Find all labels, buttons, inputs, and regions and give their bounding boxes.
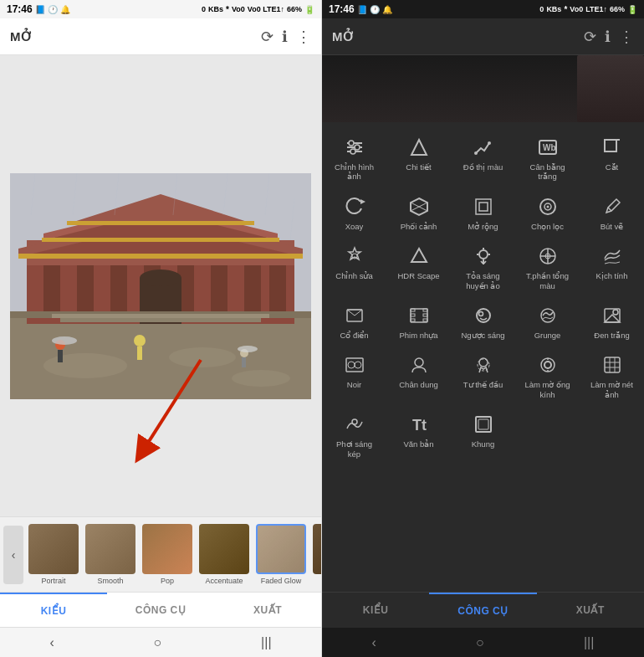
tool-cat[interactable]: Cắt xyxy=(583,132,641,185)
svg-rect-55 xyxy=(605,140,616,151)
tool-label-chinh-sua: Chỉnh sửa xyxy=(335,271,372,280)
tab-xuat-left[interactable]: XUẤT xyxy=(214,593,321,627)
tool-do-thi-mau[interactable]: Đồ thị màu xyxy=(454,132,513,185)
filter-thumb-smooth xyxy=(85,524,135,574)
tool-label-t-phan-tong-mau: T.phần tổngmàu xyxy=(526,271,569,290)
tool-hdr-scape[interactable]: HDR Scape xyxy=(390,241,448,294)
right-panel: 17:46 📘 🕐 🔔 0 KBs * Vo0 LTE1↑ 66% 🔋 MỞ ⟳… xyxy=(322,0,644,657)
tool-label-khung: Khung xyxy=(472,439,494,449)
tool-van-ban[interactable]: Tt Văn bản xyxy=(390,409,448,462)
tool-co-dien[interactable]: Cổ điển xyxy=(325,300,384,343)
tool-phoi-sang-kep[interactable]: Phơi sángkép xyxy=(325,409,384,462)
small-preview xyxy=(577,55,644,122)
tool-tu-the-dau[interactable]: Tư thế đầu xyxy=(454,350,513,403)
tool-chinh-hinh-anh[interactable]: Chỉnh hìnhảnh xyxy=(325,132,384,185)
svg-rect-81 xyxy=(411,309,427,322)
header-icons-right: ⟳ ℹ ⋮ xyxy=(584,28,634,46)
xoay-icon xyxy=(344,195,365,218)
filter-mo[interactable]: Mo xyxy=(311,524,321,585)
tools-row-3: Chỉnh sửa HDR Scape Tỏa sánghuyền ảo T.p… xyxy=(322,238,644,297)
status-bar-left: 17:46 📘 🕐 🔔 0 KBs * Vo0 Vo0 LTE1↑ 66% 🔋 xyxy=(0,0,321,18)
back-nav-left[interactable]: ‹ xyxy=(49,635,54,650)
t-phan-tong-mau-icon xyxy=(537,244,559,268)
tool-label-mo-rong: Mở rộng xyxy=(468,222,498,231)
svg-point-49 xyxy=(350,149,355,154)
tool-label-xoay: Xoay xyxy=(345,222,364,231)
chinh-hinh-anh-icon xyxy=(344,136,365,159)
recents-nav-right[interactable]: ||| xyxy=(584,635,594,650)
tab-cong-cu-left[interactable]: CÔNG CỤ xyxy=(107,593,214,627)
tool-kich-tinh[interactable]: Kịch tính xyxy=(583,241,641,294)
tool-mo-rong[interactable]: Mở rộng xyxy=(454,192,513,234)
filter-faded-glow[interactable]: Faded Glow xyxy=(254,524,308,585)
tool-label-hdr-scape: HDR Scape xyxy=(397,271,439,280)
filter-smooth[interactable]: Smooth xyxy=(84,524,137,585)
tool-toa-sang-huyen-ao[interactable]: Tỏa sánghuyền ảo xyxy=(454,241,513,294)
lam-mo-ong-kinh-icon xyxy=(537,353,559,377)
phoi-sang-kep-icon xyxy=(344,413,365,436)
filter-prev-button[interactable]: ‹ xyxy=(3,526,23,584)
tool-label-phoi-canh: Phối cảnh xyxy=(401,222,437,231)
tool-phim-nhua[interactable]: Phim nhựa xyxy=(390,300,448,343)
tool-noir[interactable]: Noir xyxy=(325,350,384,403)
but-ve-icon xyxy=(601,195,623,218)
header-icons-left: ⟳ ℹ ⋮ xyxy=(261,28,311,46)
tab-xuat-right[interactable]: XUẤT xyxy=(537,593,644,627)
tool-chi-tiet[interactable]: Chi tiết xyxy=(390,132,448,185)
header-title-right: MỞ xyxy=(332,29,356,44)
tools-row-4: Cổ điển Phim nhựa Ngược sáng Grunge xyxy=(322,297,644,346)
rotate-icon[interactable]: ⟳ xyxy=(261,28,273,46)
tool-label-tu-the-dau: Tư thế đầu xyxy=(463,380,503,389)
more-icon-right[interactable]: ⋮ xyxy=(619,28,634,46)
tool-nguoc-sang[interactable]: Ngược sáng xyxy=(454,300,513,343)
svg-marker-80 xyxy=(347,310,362,316)
svg-marker-69 xyxy=(411,249,427,262)
more-icon[interactable]: ⋮ xyxy=(296,28,311,46)
filter-strip: ‹ Portrait Smooth Pop Accentuate Faded G… xyxy=(0,516,321,592)
svg-text:Wb: Wb xyxy=(543,143,556,152)
time-right: 17:46 xyxy=(329,3,355,15)
tool-chan-dung[interactable]: Chân dung xyxy=(390,350,448,403)
header-right: MỞ ⟳ ℹ ⋮ xyxy=(322,18,644,55)
filter-accentuate[interactable]: Accentuate xyxy=(197,524,251,585)
home-nav-right[interactable]: ○ xyxy=(476,635,484,650)
tab-kieu-right[interactable]: KIỂU xyxy=(322,593,429,627)
tool-den-trang[interactable]: Đen trắng xyxy=(583,300,641,343)
status-right-right: 0 KBs * Vo0 LTE1↑ 66% 🔋 xyxy=(539,5,637,14)
tab-cong-cu-right[interactable]: CÔNG CỤ xyxy=(429,593,536,627)
tool-xoay[interactable]: Xoay xyxy=(325,192,384,234)
tool-t-phan-tong-mau[interactable]: T.phần tổngmàu xyxy=(519,241,577,294)
svg-point-93 xyxy=(613,310,618,315)
tool-label-den-trang: Đen trắng xyxy=(594,331,629,340)
info-icon[interactable]: ℹ xyxy=(282,28,288,46)
info-icon-right[interactable]: ℹ xyxy=(605,28,611,46)
left-panel: 17:46 📘 🕐 🔔 0 KBs * Vo0 Vo0 LTE1↑ 66% 🔋 … xyxy=(0,0,322,657)
filter-portrait[interactable]: Portrait xyxy=(27,524,80,585)
svg-point-89 xyxy=(478,311,483,316)
filter-pop[interactable]: Pop xyxy=(141,524,194,585)
nav-bar-right: ‹ ○ ||| xyxy=(322,627,644,657)
tool-lam-mo-net-anh[interactable]: Làm mờ nétảnh xyxy=(583,350,641,403)
tool-chinh-sua[interactable]: Chỉnh sửa xyxy=(325,241,384,294)
tool-chon-loc[interactable]: Chọn lọc xyxy=(519,192,577,234)
tool-empty-1 xyxy=(519,409,577,462)
svg-point-47 xyxy=(349,141,354,146)
den-trang-icon xyxy=(601,304,623,327)
image-area-left xyxy=(0,55,321,516)
tool-khung[interactable]: Khung xyxy=(454,409,513,462)
tool-but-ve[interactable]: Bút vẽ xyxy=(583,192,641,234)
tools-grid: Chỉnh hìnhảnh Chi tiết Đồ thị màu Wb Cân… xyxy=(322,122,644,592)
tool-lam-mo-ong-kinh[interactable]: Làm mờ ốngkính xyxy=(519,350,577,403)
chinh-sua-icon xyxy=(344,244,365,268)
tool-can-bang-trang[interactable]: Wb Cân bằngtrắng xyxy=(519,132,577,185)
tool-grunge[interactable]: Grunge xyxy=(519,300,577,343)
home-nav-left[interactable]: ○ xyxy=(154,635,162,650)
tools-row-6: Phơi sángkép Tt Văn bản Khung xyxy=(322,406,644,465)
tool-phoi-canh[interactable]: Phối cảnh xyxy=(390,192,448,234)
back-nav-right[interactable]: ‹ xyxy=(372,635,376,650)
rotate-icon-right[interactable]: ⟳ xyxy=(584,28,596,46)
recents-nav-left[interactable]: ||| xyxy=(261,635,271,650)
status-right-left: 0 KBs * Vo0 Vo0 LTE1↑ 66% 🔋 xyxy=(202,5,314,14)
tab-kieu-left[interactable]: KIỂU xyxy=(0,593,107,627)
filter-label-smooth: Smooth xyxy=(97,577,123,585)
